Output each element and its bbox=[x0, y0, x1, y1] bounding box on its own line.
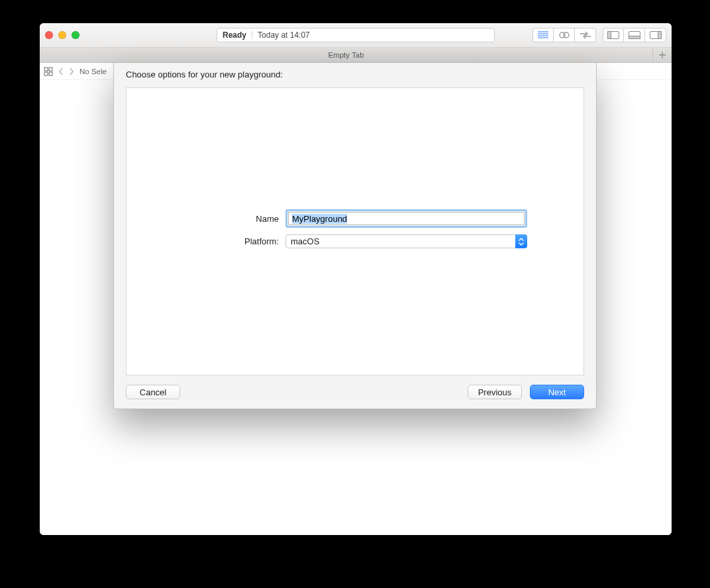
playground-options-form: Name Platform: macOS bbox=[170, 209, 540, 248]
svg-rect-11 bbox=[658, 32, 661, 39]
jumpbar-forward-button[interactable] bbox=[69, 68, 74, 75]
jumpbar-crumb[interactable]: No Sele bbox=[79, 68, 107, 75]
tab-bar: Empty Tab bbox=[40, 48, 672, 63]
name-field-focus-ring bbox=[285, 209, 527, 228]
new-playground-sheet: Choose options for your new playground: … bbox=[113, 63, 597, 409]
toggle-right-panel-button[interactable] bbox=[645, 28, 666, 42]
close-window-button[interactable] bbox=[45, 31, 53, 39]
svg-rect-15 bbox=[49, 68, 52, 71]
titlebar: Ready Today at 14:07 bbox=[40, 23, 672, 48]
minimize-window-button[interactable] bbox=[58, 31, 66, 39]
name-input[interactable] bbox=[288, 212, 525, 225]
toolbar-right-group bbox=[532, 28, 666, 42]
rings-icon bbox=[558, 31, 570, 39]
previous-button[interactable]: Previous bbox=[468, 385, 522, 399]
status-ready-label: Ready bbox=[223, 30, 246, 40]
platform-select-value: macOS bbox=[285, 234, 527, 248]
platform-select[interactable]: macOS bbox=[285, 234, 527, 248]
svg-rect-9 bbox=[629, 36, 640, 39]
toggle-bottom-panel-button[interactable] bbox=[624, 28, 645, 42]
svg-rect-14 bbox=[44, 68, 48, 71]
svg-rect-7 bbox=[608, 32, 611, 39]
version-editor-button[interactable] bbox=[575, 28, 596, 42]
lines-icon bbox=[538, 31, 548, 39]
tab-label: Empty Tab bbox=[328, 51, 364, 59]
sheet-body: Name Platform: macOS bbox=[126, 87, 584, 375]
new-tab-button[interactable] bbox=[653, 48, 672, 62]
panel-left-icon bbox=[607, 31, 619, 39]
sheet-title: Choose options for your new playground: bbox=[114, 63, 596, 87]
updown-chevrons-icon bbox=[519, 238, 524, 246]
panel-right-icon bbox=[650, 31, 662, 39]
next-button[interactable]: Next bbox=[530, 385, 584, 399]
activity-status: Ready Today at 14:07 bbox=[217, 28, 495, 42]
status-separator bbox=[252, 31, 252, 39]
editor-mode-segment bbox=[532, 28, 596, 42]
svg-rect-16 bbox=[44, 72, 48, 75]
name-label: Name bbox=[170, 214, 285, 224]
panel-bottom-icon bbox=[629, 31, 640, 39]
arrows-icon bbox=[580, 31, 591, 39]
plus-icon bbox=[658, 51, 666, 59]
status-time-label: Today at 14:07 bbox=[258, 30, 310, 40]
chevron-left-icon bbox=[58, 68, 64, 75]
tab-empty[interactable]: Empty Tab bbox=[40, 48, 653, 62]
svg-rect-17 bbox=[49, 72, 52, 75]
sheet-footer: Cancel Previous Next bbox=[114, 375, 596, 409]
toggle-left-panel-button[interactable] bbox=[603, 28, 624, 42]
window-controls bbox=[45, 31, 79, 39]
grid-icon bbox=[44, 67, 53, 76]
zoom-window-button[interactable] bbox=[72, 31, 79, 39]
related-items-button[interactable] bbox=[44, 67, 53, 76]
assistant-editor-button[interactable] bbox=[554, 28, 575, 42]
standard-editor-button[interactable] bbox=[532, 28, 554, 42]
jumpbar-back-button[interactable] bbox=[58, 68, 64, 75]
svg-point-5 bbox=[564, 32, 569, 38]
select-stepper bbox=[515, 234, 527, 248]
cancel-button[interactable]: Cancel bbox=[126, 385, 180, 399]
panel-visibility-segment bbox=[603, 28, 666, 42]
platform-label: Platform: bbox=[170, 236, 285, 246]
chevron-right-icon bbox=[69, 68, 74, 75]
